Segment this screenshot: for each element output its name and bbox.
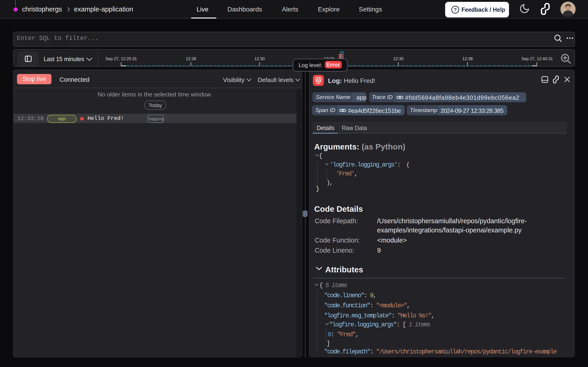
svg-text:?: ? bbox=[454, 7, 457, 12]
